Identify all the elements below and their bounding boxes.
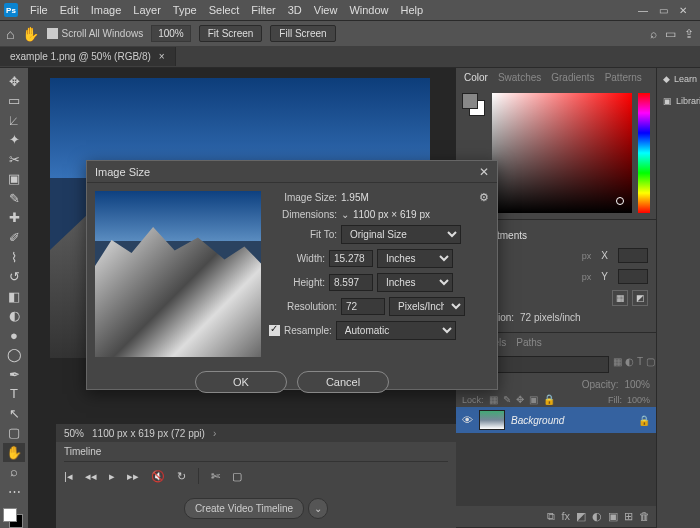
- window-close-icon[interactable]: ✕: [676, 3, 690, 17]
- window-restore-icon[interactable]: ▭: [656, 3, 670, 17]
- status-flyout-icon[interactable]: ›: [213, 428, 216, 439]
- layer-link-icon[interactable]: ⧉: [547, 510, 555, 523]
- timeline-next-icon[interactable]: ▸▸: [127, 470, 139, 483]
- cancel-button[interactable]: Cancel: [297, 371, 389, 393]
- layer-fx-icon[interactable]: fx: [561, 510, 570, 523]
- resample-select[interactable]: Automatic: [336, 321, 456, 340]
- fill-value[interactable]: 100%: [627, 395, 650, 405]
- adj-icon-1[interactable]: ▦: [612, 290, 628, 306]
- resample-checkbox[interactable]: [269, 325, 280, 336]
- libraries-panel-tab[interactable]: ▣Librari...: [657, 90, 700, 112]
- timeline-mute-icon[interactable]: 🔇: [151, 470, 165, 483]
- layer-adj-icon[interactable]: ◐: [592, 510, 602, 523]
- fit-screen-button[interactable]: Fit Screen: [199, 25, 263, 42]
- lock-all-icon[interactable]: 🔒: [543, 394, 555, 405]
- timeline-first-icon[interactable]: |◂: [64, 470, 73, 483]
- filter-pixel-icon[interactable]: ▦: [613, 356, 622, 373]
- layer-mask-icon[interactable]: ◩: [576, 510, 586, 523]
- layer-trash-icon[interactable]: 🗑: [639, 510, 650, 523]
- menu-window[interactable]: Window: [343, 4, 394, 16]
- move-tool-icon[interactable]: ✥: [3, 72, 25, 91]
- dimensions-dropdown-icon[interactable]: ⌄: [341, 209, 349, 220]
- shape-tool-icon[interactable]: ▢: [3, 424, 25, 443]
- marquee-tool-icon[interactable]: ▭: [3, 92, 25, 111]
- menu-file[interactable]: File: [24, 4, 54, 16]
- zoom-field[interactable]: 100%: [151, 25, 191, 42]
- lock-pos-icon[interactable]: ✥: [516, 394, 524, 405]
- layer-group-icon[interactable]: ▣: [608, 510, 618, 523]
- adj-icon-2[interactable]: ◩: [632, 290, 648, 306]
- filter-adjust-icon[interactable]: ◐: [625, 356, 634, 373]
- layer-thumbnail[interactable]: [479, 410, 505, 430]
- tab-patterns[interactable]: Patterns: [605, 72, 642, 83]
- layer-new-icon[interactable]: ⊞: [624, 510, 633, 523]
- lock-paint-icon[interactable]: ✎: [503, 394, 511, 405]
- zoom-readout[interactable]: 50%: [64, 428, 84, 439]
- edit-toolbar-icon[interactable]: ⋯: [3, 482, 25, 501]
- menu-help[interactable]: Help: [395, 4, 430, 16]
- dialog-gear-icon[interactable]: ⚙: [479, 191, 489, 204]
- pen-tool-icon[interactable]: ✒: [3, 365, 25, 384]
- document-tab[interactable]: example 1.png @ 50% (RGB/8) ×: [0, 47, 176, 66]
- share-icon[interactable]: ⇪: [684, 27, 694, 41]
- dialog-close-icon[interactable]: ✕: [479, 165, 489, 179]
- resolution-input[interactable]: [341, 298, 385, 315]
- spot-heal-tool-icon[interactable]: ✚: [3, 209, 25, 228]
- color-picker-field[interactable]: [492, 93, 632, 213]
- learn-panel-tab[interactable]: ◆Learn: [657, 68, 700, 90]
- home-icon[interactable]: ⌂: [6, 26, 14, 42]
- scroll-all-checkbox[interactable]: [47, 28, 58, 39]
- menu-edit[interactable]: Edit: [54, 4, 85, 16]
- tab-close-icon[interactable]: ×: [159, 51, 165, 62]
- menu-view[interactable]: View: [308, 4, 344, 16]
- ok-button[interactable]: OK: [195, 371, 287, 393]
- timeline-loop-icon[interactable]: ↻: [177, 470, 186, 483]
- history-brush-icon[interactable]: ↺: [3, 267, 25, 286]
- crop-tool-icon[interactable]: ✂: [3, 150, 25, 169]
- timeline-type-dropdown-icon[interactable]: ⌄: [308, 498, 328, 519]
- menu-3d[interactable]: 3D: [282, 4, 308, 16]
- opacity-value[interactable]: 100%: [624, 379, 650, 390]
- resolution-unit-select[interactable]: Pixels/Inch: [389, 297, 465, 316]
- dodge-tool-icon[interactable]: ◯: [3, 345, 25, 364]
- tab-paths[interactable]: Paths: [516, 337, 542, 348]
- width-unit-select[interactable]: Inches: [377, 249, 453, 268]
- eyedropper-tool-icon[interactable]: ✎: [3, 189, 25, 208]
- frame-tool-icon[interactable]: ▣: [3, 170, 25, 189]
- timeline-play-icon[interactable]: ▸: [109, 470, 115, 483]
- y-input[interactable]: [618, 269, 648, 284]
- window-minimize-icon[interactable]: —: [636, 3, 650, 17]
- zoom-tool-icon[interactable]: ⌕: [3, 463, 25, 482]
- tab-swatches[interactable]: Swatches: [498, 72, 541, 83]
- menu-filter[interactable]: Filter: [245, 4, 281, 16]
- type-tool-icon[interactable]: T: [3, 385, 25, 404]
- eraser-tool-icon[interactable]: ◧: [3, 287, 25, 306]
- search-icon[interactable]: ⌕: [650, 27, 657, 41]
- layer-lock-icon[interactable]: 🔒: [638, 415, 650, 426]
- gradient-tool-icon[interactable]: ◐: [3, 306, 25, 325]
- layer-name[interactable]: Background: [511, 415, 564, 426]
- height-input[interactable]: [329, 274, 373, 291]
- color-swatches[interactable]: [3, 508, 25, 528]
- lasso-tool-icon[interactable]: ⟀: [3, 111, 25, 130]
- menu-layer[interactable]: Layer: [127, 4, 167, 16]
- fit-to-select[interactable]: Original Size: [341, 225, 461, 244]
- tab-gradients[interactable]: Gradients: [551, 72, 594, 83]
- tab-color[interactable]: Color: [464, 72, 488, 83]
- menu-select[interactable]: Select: [203, 4, 246, 16]
- filter-shape-icon[interactable]: ▢: [646, 356, 655, 373]
- layer-visibility-icon[interactable]: 👁: [462, 414, 473, 426]
- timeline-prev-icon[interactable]: ◂◂: [85, 470, 97, 483]
- hue-strip[interactable]: [638, 93, 650, 213]
- height-unit-select[interactable]: Inches: [377, 273, 453, 292]
- filter-type-icon[interactable]: T: [637, 356, 643, 373]
- color-fg-bg-swatches[interactable]: [462, 93, 486, 117]
- timeline-transition-icon[interactable]: ▢: [232, 470, 242, 483]
- clone-tool-icon[interactable]: ⌇: [3, 248, 25, 267]
- workspace-icon[interactable]: ▭: [665, 27, 676, 41]
- brush-tool-icon[interactable]: ✐: [3, 228, 25, 247]
- menu-image[interactable]: Image: [85, 4, 128, 16]
- lock-artboard-icon[interactable]: ▣: [529, 394, 538, 405]
- hand-tool-icon[interactable]: ✋: [22, 26, 39, 42]
- timeline-split-icon[interactable]: ✄: [211, 470, 220, 483]
